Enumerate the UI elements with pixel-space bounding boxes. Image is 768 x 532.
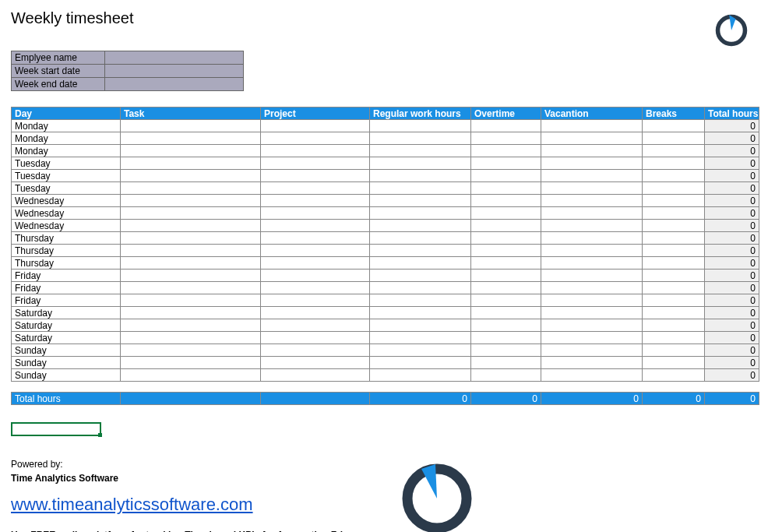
overtime-cell[interactable]	[471, 145, 541, 157]
breaks-cell[interactable]	[643, 245, 705, 257]
overtime-cell[interactable]	[471, 132, 541, 145]
task-cell[interactable]	[121, 307, 261, 319]
overtime-cell[interactable]	[471, 207, 541, 220]
day-cell[interactable]: Saturday	[12, 319, 121, 332]
vacation-cell[interactable]	[541, 344, 643, 357]
day-cell[interactable]: Sunday	[12, 369, 121, 382]
regular-hours-cell[interactable]	[370, 257, 471, 270]
vacation-cell[interactable]	[541, 182, 643, 195]
task-cell[interactable]	[121, 207, 261, 220]
day-cell[interactable]: Thursday	[12, 232, 121, 245]
vacation-cell[interactable]	[541, 282, 643, 294]
project-cell[interactable]	[261, 282, 370, 294]
breaks-cell[interactable]	[643, 132, 705, 145]
day-cell[interactable]: Thursday	[12, 257, 121, 270]
vacation-cell[interactable]	[541, 319, 643, 332]
regular-hours-cell[interactable]	[370, 182, 471, 195]
task-cell[interactable]	[121, 220, 261, 232]
meta-value-cell[interactable]	[105, 65, 244, 78]
breaks-cell[interactable]	[643, 195, 705, 207]
regular-hours-cell[interactable]	[370, 220, 471, 232]
day-cell[interactable]: Tuesday	[12, 157, 121, 170]
task-cell[interactable]	[121, 357, 261, 369]
task-cell[interactable]	[121, 145, 261, 157]
breaks-cell[interactable]	[643, 120, 705, 132]
overtime-cell[interactable]	[471, 257, 541, 270]
task-cell[interactable]	[121, 282, 261, 294]
task-cell[interactable]	[121, 294, 261, 307]
breaks-cell[interactable]	[643, 369, 705, 382]
project-cell[interactable]	[261, 157, 370, 170]
day-cell[interactable]: Wednesday	[12, 220, 121, 232]
project-cell[interactable]	[261, 120, 370, 132]
overtime-cell[interactable]	[471, 319, 541, 332]
regular-hours-cell[interactable]	[370, 157, 471, 170]
regular-hours-cell[interactable]	[370, 282, 471, 294]
project-cell[interactable]	[261, 195, 370, 207]
day-cell[interactable]: Sunday	[12, 344, 121, 357]
task-cell[interactable]	[121, 332, 261, 344]
project-cell[interactable]	[261, 344, 370, 357]
vacation-cell[interactable]	[541, 120, 643, 132]
project-cell[interactable]	[261, 145, 370, 157]
overtime-cell[interactable]	[471, 369, 541, 382]
breaks-cell[interactable]	[643, 270, 705, 282]
breaks-cell[interactable]	[643, 157, 705, 170]
regular-hours-cell[interactable]	[370, 332, 471, 344]
overtime-cell[interactable]	[471, 357, 541, 369]
day-cell[interactable]: Saturday	[12, 332, 121, 344]
regular-hours-cell[interactable]	[370, 319, 471, 332]
task-cell[interactable]	[121, 195, 261, 207]
breaks-cell[interactable]	[643, 357, 705, 369]
breaks-cell[interactable]	[643, 220, 705, 232]
vacation-cell[interactable]	[541, 357, 643, 369]
task-cell[interactable]	[121, 120, 261, 132]
overtime-cell[interactable]	[471, 307, 541, 319]
regular-hours-cell[interactable]	[370, 294, 471, 307]
breaks-cell[interactable]	[643, 344, 705, 357]
task-cell[interactable]	[121, 270, 261, 282]
regular-hours-cell[interactable]	[370, 145, 471, 157]
vacation-cell[interactable]	[541, 245, 643, 257]
day-cell[interactable]: Friday	[12, 282, 121, 294]
day-cell[interactable]: Monday	[12, 120, 121, 132]
vacation-cell[interactable]	[541, 132, 643, 145]
project-cell[interactable]	[261, 245, 370, 257]
breaks-cell[interactable]	[643, 170, 705, 182]
vacation-cell[interactable]	[541, 145, 643, 157]
overtime-cell[interactable]	[471, 294, 541, 307]
overtime-cell[interactable]	[471, 245, 541, 257]
day-cell[interactable]: Wednesday	[12, 207, 121, 220]
project-cell[interactable]	[261, 307, 370, 319]
breaks-cell[interactable]	[643, 182, 705, 195]
day-cell[interactable]: Monday	[12, 132, 121, 145]
breaks-cell[interactable]	[643, 257, 705, 270]
project-cell[interactable]	[261, 270, 370, 282]
overtime-cell[interactable]	[471, 120, 541, 132]
vacation-cell[interactable]	[541, 307, 643, 319]
task-cell[interactable]	[121, 257, 261, 270]
project-cell[interactable]	[261, 170, 370, 182]
project-cell[interactable]	[261, 294, 370, 307]
regular-hours-cell[interactable]	[370, 369, 471, 382]
breaks-cell[interactable]	[643, 319, 705, 332]
project-cell[interactable]	[261, 182, 370, 195]
breaks-cell[interactable]	[643, 307, 705, 319]
vacation-cell[interactable]	[541, 157, 643, 170]
vacation-cell[interactable]	[541, 270, 643, 282]
project-cell[interactable]	[261, 220, 370, 232]
breaks-cell[interactable]	[643, 232, 705, 245]
brand-link[interactable]: www.timeanalyticssoftware.com	[11, 491, 253, 517]
day-cell[interactable]: Wednesday	[12, 195, 121, 207]
overtime-cell[interactable]	[471, 157, 541, 170]
day-cell[interactable]: Sunday	[12, 357, 121, 369]
overtime-cell[interactable]	[471, 182, 541, 195]
overtime-cell[interactable]	[471, 270, 541, 282]
day-cell[interactable]: Monday	[12, 145, 121, 157]
task-cell[interactable]	[121, 157, 261, 170]
regular-hours-cell[interactable]	[370, 357, 471, 369]
project-cell[interactable]	[261, 207, 370, 220]
project-cell[interactable]	[261, 132, 370, 145]
overtime-cell[interactable]	[471, 220, 541, 232]
task-cell[interactable]	[121, 232, 261, 245]
